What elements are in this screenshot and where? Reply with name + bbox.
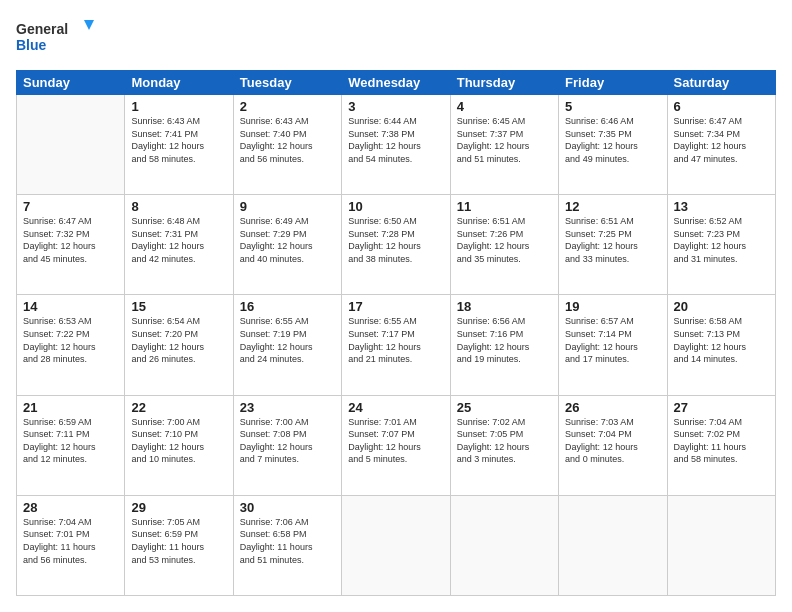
day-number: 22 <box>131 400 226 415</box>
day-number: 26 <box>565 400 660 415</box>
calendar-cell: 23Sunrise: 7:00 AM Sunset: 7:08 PM Dayli… <box>233 395 341 495</box>
calendar-cell: 7Sunrise: 6:47 AM Sunset: 7:32 PM Daylig… <box>17 195 125 295</box>
day-info: Sunrise: 6:51 AM Sunset: 7:25 PM Dayligh… <box>565 215 660 265</box>
day-info: Sunrise: 6:45 AM Sunset: 7:37 PM Dayligh… <box>457 115 552 165</box>
day-info: Sunrise: 6:44 AM Sunset: 7:38 PM Dayligh… <box>348 115 443 165</box>
day-number: 15 <box>131 299 226 314</box>
calendar-cell: 26Sunrise: 7:03 AM Sunset: 7:04 PM Dayli… <box>559 395 667 495</box>
weekday-header-sunday: Sunday <box>17 71 125 95</box>
calendar-cell: 1Sunrise: 6:43 AM Sunset: 7:41 PM Daylig… <box>125 95 233 195</box>
weekday-header-monday: Monday <box>125 71 233 95</box>
day-number: 30 <box>240 500 335 515</box>
day-number: 12 <box>565 199 660 214</box>
day-info: Sunrise: 6:47 AM Sunset: 7:32 PM Dayligh… <box>23 215 118 265</box>
weekday-header-saturday: Saturday <box>667 71 775 95</box>
day-info: Sunrise: 6:57 AM Sunset: 7:14 PM Dayligh… <box>565 315 660 365</box>
day-info: Sunrise: 7:05 AM Sunset: 6:59 PM Dayligh… <box>131 516 226 566</box>
day-number: 23 <box>240 400 335 415</box>
day-info: Sunrise: 6:43 AM Sunset: 7:41 PM Dayligh… <box>131 115 226 165</box>
day-number: 1 <box>131 99 226 114</box>
day-number: 25 <box>457 400 552 415</box>
calendar-cell: 2Sunrise: 6:43 AM Sunset: 7:40 PM Daylig… <box>233 95 341 195</box>
day-info: Sunrise: 6:43 AM Sunset: 7:40 PM Dayligh… <box>240 115 335 165</box>
calendar-cell: 17Sunrise: 6:55 AM Sunset: 7:17 PM Dayli… <box>342 295 450 395</box>
calendar-week-2: 7Sunrise: 6:47 AM Sunset: 7:32 PM Daylig… <box>17 195 776 295</box>
calendar-cell: 19Sunrise: 6:57 AM Sunset: 7:14 PM Dayli… <box>559 295 667 395</box>
page: General Blue SundayMondayTuesdayWednesda… <box>0 0 792 612</box>
day-number: 8 <box>131 199 226 214</box>
calendar-cell: 14Sunrise: 6:53 AM Sunset: 7:22 PM Dayli… <box>17 295 125 395</box>
calendar-table: SundayMondayTuesdayWednesdayThursdayFrid… <box>16 70 776 596</box>
day-number: 21 <box>23 400 118 415</box>
weekday-header-tuesday: Tuesday <box>233 71 341 95</box>
calendar-week-4: 21Sunrise: 6:59 AM Sunset: 7:11 PM Dayli… <box>17 395 776 495</box>
day-number: 17 <box>348 299 443 314</box>
calendar-cell: 27Sunrise: 7:04 AM Sunset: 7:02 PM Dayli… <box>667 395 775 495</box>
day-info: Sunrise: 6:53 AM Sunset: 7:22 PM Dayligh… <box>23 315 118 365</box>
day-number: 13 <box>674 199 769 214</box>
calendar-cell: 28Sunrise: 7:04 AM Sunset: 7:01 PM Dayli… <box>17 495 125 595</box>
logo-text: General Blue <box>16 16 96 60</box>
day-number: 6 <box>674 99 769 114</box>
day-number: 5 <box>565 99 660 114</box>
day-number: 20 <box>674 299 769 314</box>
calendar-cell: 16Sunrise: 6:55 AM Sunset: 7:19 PM Dayli… <box>233 295 341 395</box>
calendar-cell: 24Sunrise: 7:01 AM Sunset: 7:07 PM Dayli… <box>342 395 450 495</box>
calendar-cell: 21Sunrise: 6:59 AM Sunset: 7:11 PM Dayli… <box>17 395 125 495</box>
day-info: Sunrise: 6:47 AM Sunset: 7:34 PM Dayligh… <box>674 115 769 165</box>
day-number: 16 <box>240 299 335 314</box>
day-info: Sunrise: 6:54 AM Sunset: 7:20 PM Dayligh… <box>131 315 226 365</box>
day-number: 19 <box>565 299 660 314</box>
day-number: 11 <box>457 199 552 214</box>
calendar-week-5: 28Sunrise: 7:04 AM Sunset: 7:01 PM Dayli… <box>17 495 776 595</box>
calendar-cell <box>667 495 775 595</box>
day-info: Sunrise: 6:51 AM Sunset: 7:26 PM Dayligh… <box>457 215 552 265</box>
day-number: 18 <box>457 299 552 314</box>
calendar-cell: 29Sunrise: 7:05 AM Sunset: 6:59 PM Dayli… <box>125 495 233 595</box>
calendar-week-3: 14Sunrise: 6:53 AM Sunset: 7:22 PM Dayli… <box>17 295 776 395</box>
calendar-cell: 13Sunrise: 6:52 AM Sunset: 7:23 PM Dayli… <box>667 195 775 295</box>
calendar-cell: 18Sunrise: 6:56 AM Sunset: 7:16 PM Dayli… <box>450 295 558 395</box>
day-info: Sunrise: 7:02 AM Sunset: 7:05 PM Dayligh… <box>457 416 552 466</box>
weekday-header-wednesday: Wednesday <box>342 71 450 95</box>
day-number: 2 <box>240 99 335 114</box>
day-info: Sunrise: 7:04 AM Sunset: 7:02 PM Dayligh… <box>674 416 769 466</box>
calendar-cell: 4Sunrise: 6:45 AM Sunset: 7:37 PM Daylig… <box>450 95 558 195</box>
day-info: Sunrise: 6:55 AM Sunset: 7:19 PM Dayligh… <box>240 315 335 365</box>
calendar-cell: 9Sunrise: 6:49 AM Sunset: 7:29 PM Daylig… <box>233 195 341 295</box>
calendar-cell <box>559 495 667 595</box>
day-info: Sunrise: 6:48 AM Sunset: 7:31 PM Dayligh… <box>131 215 226 265</box>
calendar-cell: 8Sunrise: 6:48 AM Sunset: 7:31 PM Daylig… <box>125 195 233 295</box>
calendar-cell <box>342 495 450 595</box>
calendar-week-1: 1Sunrise: 6:43 AM Sunset: 7:41 PM Daylig… <box>17 95 776 195</box>
logo: General Blue <box>16 16 96 60</box>
day-number: 29 <box>131 500 226 515</box>
day-info: Sunrise: 6:50 AM Sunset: 7:28 PM Dayligh… <box>348 215 443 265</box>
day-number: 4 <box>457 99 552 114</box>
day-number: 27 <box>674 400 769 415</box>
day-info: Sunrise: 6:46 AM Sunset: 7:35 PM Dayligh… <box>565 115 660 165</box>
calendar-cell: 25Sunrise: 7:02 AM Sunset: 7:05 PM Dayli… <box>450 395 558 495</box>
day-info: Sunrise: 7:03 AM Sunset: 7:04 PM Dayligh… <box>565 416 660 466</box>
weekday-header-friday: Friday <box>559 71 667 95</box>
day-number: 3 <box>348 99 443 114</box>
weekday-header-thursday: Thursday <box>450 71 558 95</box>
day-info: Sunrise: 6:49 AM Sunset: 7:29 PM Dayligh… <box>240 215 335 265</box>
header: General Blue <box>16 16 776 60</box>
day-info: Sunrise: 6:58 AM Sunset: 7:13 PM Dayligh… <box>674 315 769 365</box>
day-info: Sunrise: 6:52 AM Sunset: 7:23 PM Dayligh… <box>674 215 769 265</box>
calendar-cell: 3Sunrise: 6:44 AM Sunset: 7:38 PM Daylig… <box>342 95 450 195</box>
day-number: 24 <box>348 400 443 415</box>
calendar-cell <box>17 95 125 195</box>
day-info: Sunrise: 7:04 AM Sunset: 7:01 PM Dayligh… <box>23 516 118 566</box>
calendar-cell: 20Sunrise: 6:58 AM Sunset: 7:13 PM Dayli… <box>667 295 775 395</box>
calendar-cell: 5Sunrise: 6:46 AM Sunset: 7:35 PM Daylig… <box>559 95 667 195</box>
calendar-cell: 10Sunrise: 6:50 AM Sunset: 7:28 PM Dayli… <box>342 195 450 295</box>
day-number: 10 <box>348 199 443 214</box>
day-info: Sunrise: 7:06 AM Sunset: 6:58 PM Dayligh… <box>240 516 335 566</box>
day-info: Sunrise: 7:00 AM Sunset: 7:08 PM Dayligh… <box>240 416 335 466</box>
svg-text:Blue: Blue <box>16 37 47 53</box>
day-info: Sunrise: 7:01 AM Sunset: 7:07 PM Dayligh… <box>348 416 443 466</box>
day-info: Sunrise: 7:00 AM Sunset: 7:10 PM Dayligh… <box>131 416 226 466</box>
calendar-cell: 11Sunrise: 6:51 AM Sunset: 7:26 PM Dayli… <box>450 195 558 295</box>
